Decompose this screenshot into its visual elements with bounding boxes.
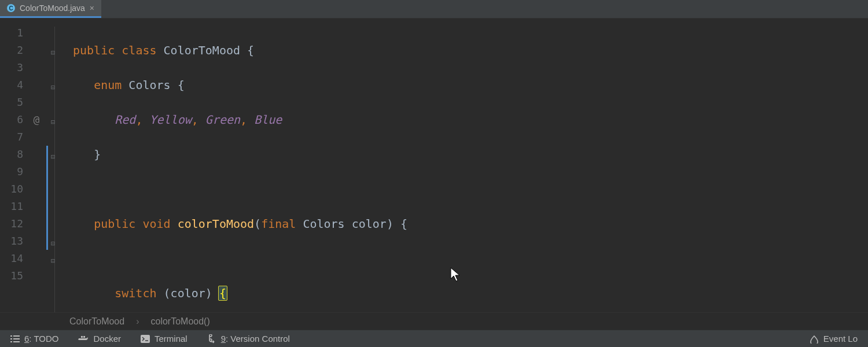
fold-end-icon[interactable]: ⊟ — [51, 79, 55, 96]
line-number: 7 — [0, 128, 23, 146]
line-number: 4 — [0, 76, 23, 94]
line-number: 6 — [0, 111, 23, 128]
fold-toggle-icon[interactable]: ⊟ — [51, 113, 55, 131]
fold-end-icon[interactable]: ⊟ — [51, 235, 55, 252]
todo-icon — [10, 335, 20, 343]
line-number: 13 — [0, 232, 23, 250]
fold-gutter: ⊟ ⊟ ⊟ ⊟ ⊟ ⊟ — [50, 19, 73, 312]
line-number: 5 — [0, 94, 23, 111]
editor-window: C ColorToMood.java × 1 2 3 4 5 6 7 8 9 1… — [0, 0, 868, 347]
terminal-icon — [141, 335, 150, 343]
tab-filename: ColorToMood.java — [20, 3, 85, 13]
editor-tab[interactable]: C ColorToMood.java × — [0, 0, 101, 18]
line-number: 2 — [0, 42, 23, 59]
line-number: 11 — [0, 198, 23, 215]
line-number: 10 — [0, 180, 23, 198]
override-marker-icon[interactable]: @ — [28, 111, 45, 128]
vcs-icon — [207, 334, 216, 344]
line-number: 12 — [0, 215, 23, 232]
version-control-tool-button[interactable]: 9: Version Control — [207, 334, 290, 344]
terminal-tool-button[interactable]: Terminal — [141, 334, 187, 344]
vcs-change-mark — [46, 146, 48, 250]
event-log-icon — [810, 334, 819, 344]
java-class-icon: C — [7, 4, 15, 12]
matched-brace: { — [218, 286, 227, 301]
svg-rect-0 — [141, 335, 150, 343]
close-icon[interactable]: × — [90, 3, 94, 13]
fold-end-icon[interactable]: ⊟ — [51, 252, 55, 270]
breadcrumb-sep-icon: › — [136, 316, 139, 327]
event-log-button[interactable]: Event Lo — [810, 334, 858, 344]
fold-toggle-icon[interactable]: ⊟ — [51, 148, 55, 165]
gutter-annotations: @ — [28, 19, 45, 312]
breadcrumb: ColorToMood › colorToMood() — [0, 312, 868, 330]
line-number-gutter: 1 2 3 4 5 6 7 8 9 10 11 12 13 14 15 — [0, 19, 28, 312]
line-number: 14 — [0, 250, 23, 267]
breadcrumb-class[interactable]: ColorToMood — [69, 316, 124, 327]
todo-tool-button[interactable]: 6: TODO — [10, 334, 58, 344]
fold-toggle-icon[interactable]: ⊟ — [51, 44, 55, 61]
code-text-area[interactable]: public class ColorToMood { enum Colors {… — [73, 19, 868, 312]
docker-icon — [78, 335, 89, 343]
docker-tool-button[interactable]: Docker — [78, 334, 121, 344]
line-number: 3 — [0, 59, 23, 76]
line-number: 9 — [0, 163, 23, 180]
line-number: 15 — [0, 267, 23, 285]
editor-body: 1 2 3 4 5 6 7 8 9 10 11 12 13 14 15 @ — [0, 19, 868, 312]
tool-window-bar: 6: TODO Docker Terminal 9: Version Contr… — [0, 330, 868, 347]
tab-bar: C ColorToMood.java × — [0, 0, 868, 19]
breadcrumb-method[interactable]: colorToMood() — [150, 316, 209, 327]
change-strip — [45, 19, 50, 312]
line-number: 8 — [0, 146, 23, 163]
line-number: 1 — [0, 24, 23, 42]
